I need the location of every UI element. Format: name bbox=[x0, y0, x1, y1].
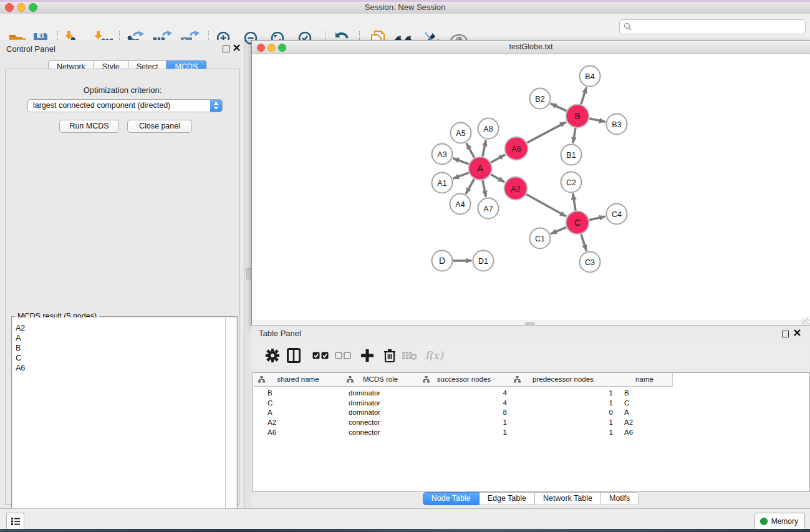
table-cell[interactable]: 1 bbox=[509, 399, 617, 407]
graph-edge-C-C2[interactable] bbox=[573, 193, 576, 210]
table-cell[interactable]: A6 bbox=[617, 428, 672, 436]
table-cell[interactable]: A6 bbox=[254, 428, 342, 436]
table-cell[interactable]: A bbox=[254, 409, 342, 416]
graph-edge-C-C1[interactable] bbox=[551, 228, 566, 234]
graph-edge-B-B4[interactable] bbox=[581, 87, 587, 105]
tab-node-table[interactable]: Node Table bbox=[423, 492, 480, 505]
result-scrollbar[interactable] bbox=[225, 317, 236, 527]
table-cell[interactable]: C bbox=[617, 399, 672, 407]
graph-node-label: C bbox=[574, 218, 581, 228]
search-input[interactable] bbox=[635, 21, 803, 33]
result-item[interactable]: A2 bbox=[16, 323, 226, 333]
table-cell[interactable]: C bbox=[254, 399, 342, 407]
search-field[interactable] bbox=[619, 19, 806, 34]
table-row[interactable]: Bdominator41B bbox=[253, 389, 809, 399]
table-cell[interactable]: 8 bbox=[418, 409, 509, 416]
table-cell[interactable]: dominator bbox=[342, 409, 418, 416]
graph-edge-C-C4[interactable] bbox=[589, 216, 605, 220]
table-cell[interactable]: 0 bbox=[509, 409, 617, 416]
table-cell[interactable]: A2 bbox=[617, 418, 672, 426]
graph-edge-A-A4[interactable] bbox=[466, 179, 474, 194]
canvas-horizontal-scrollbar[interactable] bbox=[252, 321, 810, 326]
table-panel: Table Panel bbox=[251, 326, 810, 508]
criterion-dropdown[interactable]: largest connected component (directed) bbox=[27, 99, 223, 112]
graph-edge-A6-B[interactable] bbox=[527, 122, 566, 143]
mcds-result-list[interactable]: A2ABCA6 bbox=[12, 317, 226, 527]
table-cell[interactable]: 1 bbox=[418, 418, 509, 426]
memory-button[interactable]: Memory bbox=[755, 513, 805, 530]
scrollbar-thumb[interactable] bbox=[525, 322, 535, 325]
dropdown-stepper-icon bbox=[210, 100, 222, 112]
graph-node-label: A4 bbox=[455, 200, 465, 209]
close-table-panel-icon[interactable] bbox=[794, 329, 801, 336]
graph-edge-A-A8[interactable] bbox=[483, 140, 486, 157]
table-row[interactable]: Adominator80A bbox=[253, 409, 809, 418]
table-row[interactable]: Cdominator41C bbox=[253, 399, 809, 409]
graph-edge-A-A7[interactable] bbox=[483, 180, 486, 197]
table-cell[interactable]: dominator bbox=[342, 389, 418, 397]
result-item[interactable]: B bbox=[16, 343, 226, 353]
task-history-button[interactable] bbox=[6, 513, 24, 530]
table-cell[interactable]: A bbox=[617, 409, 672, 416]
table-cell[interactable]: 4 bbox=[418, 389, 509, 397]
graph-edge-A-A5[interactable] bbox=[466, 143, 475, 158]
table-cell[interactable]: 1 bbox=[509, 389, 617, 397]
node-table[interactable]: shared nameMCDS rolesuccessor nodesprede… bbox=[252, 372, 810, 492]
table-cell[interactable]: A2 bbox=[254, 418, 342, 426]
graph-edge-A2-C[interactable] bbox=[526, 194, 566, 216]
run-mcds-button[interactable]: Run MCDS bbox=[59, 120, 119, 133]
delete-column-icon[interactable] bbox=[380, 346, 399, 365]
close-panel-icon[interactable] bbox=[233, 44, 240, 51]
table-cell[interactable]: dominator bbox=[342, 399, 418, 407]
mcds-panel-body: Optimization criterion: largest connecte… bbox=[5, 69, 240, 505]
column-header-predecessor-nodes[interactable]: predecessor nodes bbox=[509, 373, 617, 387]
window-resize-handle[interactable] bbox=[802, 317, 810, 326]
float-table-panel-icon[interactable] bbox=[782, 331, 789, 337]
network-graph[interactable]: B4B2BB3A8A5A6A3B1AA1C2A2A4A7C4CC1DD1C3 bbox=[252, 54, 809, 321]
deselect-all-icon[interactable] bbox=[334, 346, 352, 365]
table-cell[interactable]: B bbox=[254, 389, 342, 397]
result-item[interactable]: A6 bbox=[16, 363, 226, 373]
tab-network-table[interactable]: Network Table bbox=[535, 492, 601, 505]
result-item[interactable]: A bbox=[16, 333, 226, 343]
add-column-icon[interactable] bbox=[358, 346, 377, 365]
graph-edge-C-C3[interactable] bbox=[581, 235, 587, 251]
table-cell[interactable]: B bbox=[617, 389, 672, 397]
float-panel-icon[interactable] bbox=[223, 46, 229, 52]
column-header-MCDS-role[interactable]: MCDS role bbox=[342, 373, 419, 387]
table-row[interactable]: A2connector11A2 bbox=[253, 418, 809, 428]
column-header-successor-nodes[interactable]: successor nodes bbox=[418, 373, 510, 387]
graph-edge-A-A6[interactable] bbox=[491, 155, 505, 163]
graph-edge-B-B2[interactable] bbox=[551, 104, 567, 111]
table-cell[interactable]: 1 bbox=[509, 428, 617, 436]
table-panel-title: Table Panel bbox=[259, 329, 301, 338]
table-cell[interactable]: 1 bbox=[509, 418, 617, 426]
column-header-name[interactable]: name bbox=[617, 373, 673, 387]
column-layout-icon[interactable] bbox=[284, 346, 303, 365]
table-cell[interactable]: 4 bbox=[418, 399, 509, 407]
gear-icon[interactable] bbox=[263, 346, 282, 365]
graph-edge-B-B3[interactable] bbox=[589, 118, 605, 122]
network-canvas[interactable]: B4B2BB3A8A5A6A3B1AA1C2A2A4A7C4CC1DD1C3 bbox=[252, 54, 810, 326]
graph-edge-A-A1[interactable] bbox=[453, 173, 468, 179]
table-cell[interactable]: 1 bbox=[418, 428, 509, 436]
network-window-titlebar[interactable]: testGlobe.txt bbox=[252, 41, 810, 54]
delete-table-icon bbox=[400, 346, 419, 365]
table-cell[interactable]: connector bbox=[342, 418, 418, 426]
graph-edge-A-A3[interactable] bbox=[453, 158, 468, 165]
tab-motifs[interactable]: Motifs bbox=[601, 492, 639, 505]
column-header-shared-name[interactable]: shared name bbox=[254, 373, 343, 387]
graph-node-label: B1 bbox=[566, 151, 576, 160]
graph-node-label: B bbox=[574, 111, 580, 121]
tab-edge-table[interactable]: Edge Table bbox=[480, 492, 535, 505]
graph-edge-A-A2[interactable] bbox=[491, 175, 504, 182]
mcds-result-box: MCDS result (5 nodes) A2ABCA6 bbox=[11, 316, 238, 528]
table-row[interactable]: A6connector11A6 bbox=[253, 428, 809, 438]
graph-node-label: A5 bbox=[456, 129, 465, 138]
result-item[interactable]: C bbox=[16, 353, 226, 363]
graph-edge-B-B1[interactable] bbox=[573, 128, 576, 143]
control-panel: Control Panel Network Style Select MCDS … bbox=[0, 40, 244, 508]
select-all-icon[interactable] bbox=[311, 346, 330, 365]
table-cell[interactable]: connector bbox=[342, 428, 418, 436]
close-panel-button[interactable]: Close panel bbox=[127, 120, 192, 133]
